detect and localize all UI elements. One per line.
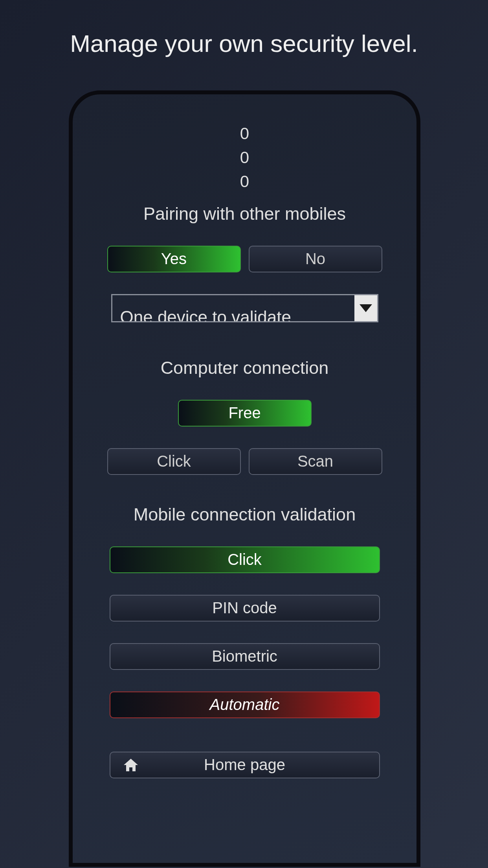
pairing-no-button[interactable]: No bbox=[249, 246, 382, 272]
computer-buttons: Click Scan bbox=[92, 448, 397, 475]
counter-3: 0 bbox=[92, 170, 397, 194]
chevron-down-icon bbox=[354, 295, 377, 321]
phone-frame: 0 0 0 Pairing with other mobiles Yes No … bbox=[69, 90, 420, 867]
mobile-pin-button[interactable]: PIN code bbox=[110, 595, 380, 622]
phone-screen: 0 0 0 Pairing with other mobiles Yes No … bbox=[73, 94, 416, 778]
counter-1: 0 bbox=[92, 122, 397, 146]
counter-stack: 0 0 0 bbox=[92, 122, 397, 194]
pairing-yes-button[interactable]: Yes bbox=[107, 246, 241, 272]
mobile-automatic-button[interactable]: Automatic bbox=[110, 691, 380, 718]
computer-click-button[interactable]: Click bbox=[107, 448, 241, 475]
home-page-button[interactable]: Home page bbox=[110, 752, 380, 778]
computer-label: Computer connection bbox=[92, 358, 397, 378]
home-icon bbox=[122, 756, 139, 774]
page-title: Manage your own security level. bbox=[0, 0, 488, 73]
mobile-click-button[interactable]: Click bbox=[110, 546, 380, 573]
dropdown-selected-text: One device to validate bbox=[120, 309, 291, 322]
mobile-biometric-button[interactable]: Biometric bbox=[110, 643, 380, 670]
mobile-label: Mobile connection validation bbox=[92, 504, 397, 525]
computer-free-button[interactable]: Free bbox=[178, 400, 312, 427]
svg-marker-0 bbox=[360, 304, 372, 312]
counter-2: 0 bbox=[92, 146, 397, 170]
home-page-label: Home page bbox=[204, 756, 285, 774]
device-dropdown[interactable]: One device to validate bbox=[111, 294, 378, 322]
pairing-label: Pairing with other mobiles bbox=[92, 204, 397, 224]
computer-scan-button[interactable]: Scan bbox=[249, 448, 382, 475]
pairing-buttons: Yes No bbox=[92, 246, 397, 272]
